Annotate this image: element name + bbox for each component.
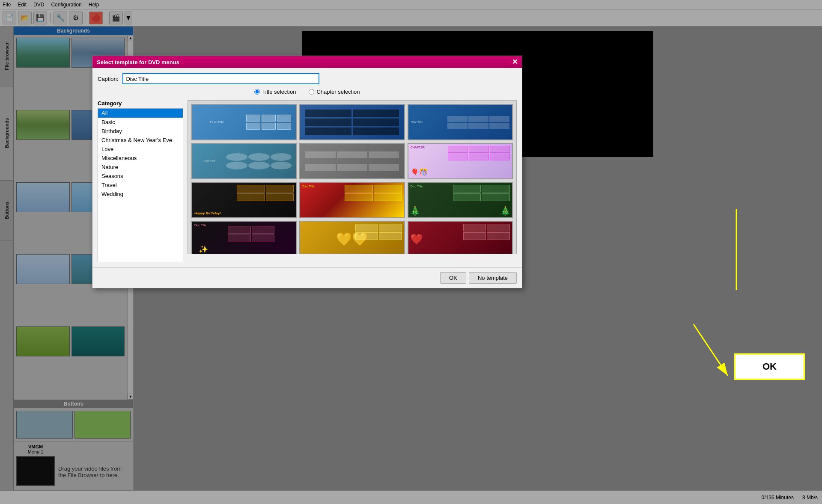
- modal-overlay: Select template for DVD menus ✕ Caption:…: [0, 0, 822, 504]
- radio-title-group: Title selection: [254, 89, 296, 95]
- templates-grid: Disc Title: [188, 101, 516, 254]
- template-9[interactable]: Disc Title 🎄 🎄: [408, 182, 513, 218]
- category-item-wedding[interactable]: Wedding: [98, 190, 183, 199]
- template-11[interactable]: 💛💛: [299, 221, 405, 254]
- radio-title[interactable]: [254, 89, 260, 95]
- modal-ok-button[interactable]: OK: [440, 272, 466, 284]
- template-12[interactable]: ❤️: [408, 221, 513, 254]
- category-header: Category: [98, 100, 183, 107]
- category-item-birthday[interactable]: Birthday: [98, 127, 183, 136]
- radio-title-label: Title selection: [262, 89, 296, 95]
- modal-titlebar: Select template for DVD menus ✕: [92, 56, 522, 68]
- template-1[interactable]: Disc Title: [191, 104, 297, 140]
- radio-chapter-label: Chapter selection: [316, 89, 360, 95]
- category-item-travel[interactable]: Travel: [98, 181, 183, 190]
- caption-label: Caption:: [98, 76, 118, 82]
- template-3[interactable]: Disc Title: [408, 104, 513, 140]
- caption-input[interactable]: [122, 73, 319, 84]
- modal-dialog: Select template for DVD menus ✕ Caption:…: [92, 56, 522, 288]
- radio-row: Title selection Chapter selection: [98, 89, 517, 95]
- modal-body: Caption: Title selection Chapter selecti…: [92, 68, 522, 267]
- template-4[interactable]: Disc Title: [191, 143, 297, 179]
- radio-chapter-group: Chapter selection: [309, 89, 360, 95]
- caption-row: Caption:: [98, 73, 517, 84]
- radio-chapter[interactable]: [309, 89, 314, 95]
- template-8[interactable]: Disc Title: [299, 182, 405, 218]
- template-5[interactable]: [299, 143, 405, 179]
- category-item-all[interactable]: All: [98, 109, 183, 118]
- modal-footer: OK No template: [92, 267, 522, 288]
- template-2[interactable]: [299, 104, 405, 140]
- category-panel: Category All Basic Birthday Christmas & …: [98, 100, 183, 262]
- template-6[interactable]: CHAPTER 🎈🎊: [408, 143, 513, 179]
- template-7[interactable]: Happy Birthday!: [191, 182, 297, 218]
- category-item-love[interactable]: Love: [98, 145, 183, 154]
- template-10[interactable]: Disc Title ✨: [191, 221, 297, 254]
- category-item-nature[interactable]: Nature: [98, 163, 183, 172]
- category-item-seasons[interactable]: Seasons: [98, 172, 183, 181]
- modal-content-row: Category All Basic Birthday Christmas & …: [98, 100, 517, 262]
- modal-title: Select template for DVD menus: [97, 59, 179, 65]
- modal-no-template-button[interactable]: No template: [469, 272, 517, 284]
- category-item-christmas[interactable]: Christmas & New Year's Eve: [98, 136, 183, 145]
- category-item-misc[interactable]: Miscellaneous: [98, 154, 183, 163]
- modal-close-button[interactable]: ✕: [512, 59, 518, 65]
- category-list[interactable]: All Basic Birthday Christmas & New Year'…: [98, 108, 183, 262]
- templates-area[interactable]: Disc Title: [188, 100, 517, 254]
- category-item-basic[interactable]: Basic: [98, 118, 183, 127]
